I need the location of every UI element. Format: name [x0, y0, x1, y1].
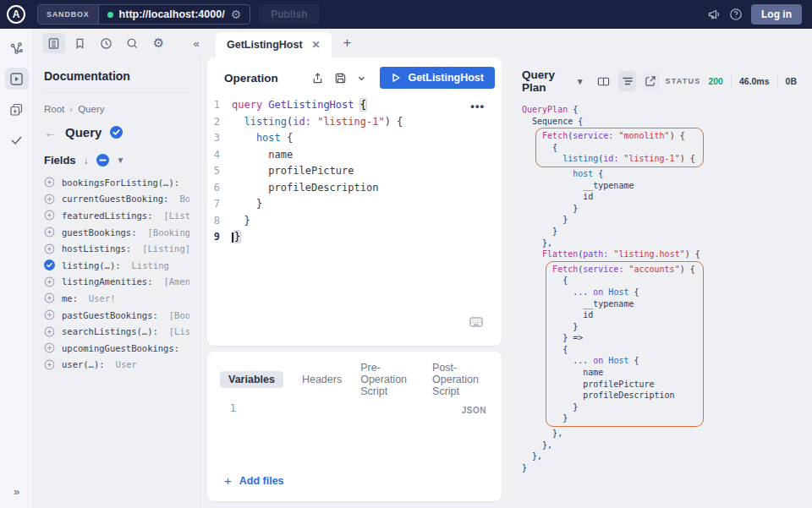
add-field-plus-icon[interactable]	[44, 326, 55, 337]
collapse-panel-chevrons-icon[interactable]: «	[187, 37, 206, 50]
field-name: searchListings(…):	[62, 326, 158, 336]
add-field-plus-icon[interactable]	[44, 309, 55, 320]
announcements-megaphone-icon[interactable]	[707, 8, 721, 21]
add-field-plus-icon[interactable]	[44, 210, 55, 221]
query-plan-line: Fetch(service: "accounts") {	[552, 264, 695, 276]
add-field-plus-icon[interactable]	[44, 342, 55, 353]
editor-line[interactable]: 3host {	[207, 130, 502, 147]
collections-nav-icon[interactable]	[5, 98, 29, 120]
field-type: [Booking…	[148, 227, 189, 238]
field-item[interactable]: hostListings:[Listing]!	[44, 240, 189, 257]
play-icon	[391, 73, 401, 83]
editor-line[interactable]: 8}	[207, 213, 502, 230]
field-item[interactable]: searchListings(…):[Lis…	[44, 323, 189, 340]
add-field-plus-icon[interactable]	[44, 359, 55, 370]
field-item[interactable]: me:User!	[44, 290, 189, 307]
field-item[interactable]: pastGuestBookings:[Boo…	[44, 307, 189, 324]
deselect-all-minus-icon[interactable]	[96, 154, 109, 167]
add-files-button[interactable]: + Add files	[224, 473, 284, 488]
help-icon[interactable]	[729, 8, 743, 21]
checks-nav-icon[interactable]	[5, 128, 29, 150]
query-plan-highlight-box: Fetch(service: "monolith") {{listing(id:…	[535, 128, 704, 167]
endpoint-group: SANDBOX http://localhost:4000/ ⚙	[37, 4, 250, 25]
variables-editor[interactable]: 1 JSON	[207, 402, 502, 415]
endpoint-input[interactable]: http://localhost:4000/ ⚙	[99, 8, 250, 20]
sort-arrow-icon[interactable]: ↓	[84, 155, 89, 167]
query-plan-code[interactable]: QueryPlan {Sequence {Fetch(service: "mon…	[522, 104, 797, 473]
new-tab-plus-icon[interactable]: +	[343, 36, 351, 51]
add-field-plus-icon[interactable]	[44, 243, 55, 254]
search-icon[interactable]	[121, 33, 144, 53]
plan-text-view-icon[interactable]	[618, 71, 636, 91]
endpoint-url[interactable]: http://localhost:4000/	[119, 8, 225, 20]
field-item[interactable]: bookingsForListing(…):[.	[44, 174, 189, 191]
field-item[interactable]: upcomingGuestBookings:[.	[44, 340, 189, 357]
field-item[interactable]: listing(…):Listing	[44, 257, 189, 274]
run-operation-button[interactable]: GetListingHost	[380, 67, 495, 89]
editor-line[interactable]: 6profileDescription	[207, 180, 502, 197]
settings-gear-icon[interactable]: ⚙	[147, 33, 170, 53]
variables-tab-pre-operation-script[interactable]: Pre-Operation Script	[360, 362, 414, 397]
field-selected-check-icon[interactable]	[44, 259, 55, 270]
fields-collapse-chevron-icon[interactable]: ▼	[117, 156, 125, 165]
apollo-logo-icon[interactable]: A	[7, 5, 25, 24]
plan-chart-view-icon[interactable]	[595, 71, 613, 91]
breadcrumb-query[interactable]: Query	[78, 104, 104, 114]
field-item[interactable]: currentGuestBooking:Bo…	[44, 191, 189, 208]
login-button[interactable]: Log in	[751, 4, 802, 25]
save-icon[interactable]	[334, 72, 347, 85]
variables-tab-post-operation-script[interactable]: Post-Operation Script	[432, 362, 488, 397]
history-clock-icon[interactable]	[95, 33, 118, 53]
publish-button[interactable]: Publish	[259, 4, 319, 25]
fields-list: bookingsForListing(…):[.currentGuestBook…	[44, 174, 189, 373]
editor-line[interactable]: 7}	[207, 196, 502, 213]
field-type: [Boo…	[169, 310, 189, 320]
operation-tab[interactable]: GetListingHost ✕	[216, 32, 332, 57]
query-plan-highlight-box: Fetch(service: "accounts") {{... on Host…	[546, 261, 704, 427]
field-item[interactable]: featuredListings:[List…	[44, 207, 189, 224]
bookmark-icon[interactable]	[69, 33, 91, 53]
back-arrow-icon[interactable]: ←	[44, 125, 57, 139]
keyboard-shortcuts-icon[interactable]	[469, 315, 483, 330]
editor-line-number: 4	[207, 147, 232, 164]
operation-editor[interactable]: 1query GetListingHost {2listing(id: "lis…	[207, 96, 502, 346]
type-selected-check-icon[interactable]	[110, 126, 123, 139]
query-plan-line: }	[573, 203, 797, 215]
editor-line[interactable]: 4name	[207, 147, 502, 164]
field-item[interactable]: guestBookings:[Booking…	[44, 224, 189, 241]
breadcrumb-root[interactable]: Root	[44, 104, 64, 114]
editor-line[interactable]: 1query GetListingHost {	[207, 97, 502, 114]
operation-title: Operation	[224, 72, 301, 85]
operation-panel: Operation	[207, 57, 502, 346]
add-field-plus-icon[interactable]	[44, 292, 55, 303]
add-field-plus-icon[interactable]	[44, 276, 55, 287]
variables-tab-headers[interactable]: Headers	[302, 374, 342, 385]
editor-line-number: 7	[207, 196, 232, 213]
add-field-plus-icon[interactable]	[44, 194, 55, 205]
share-icon[interactable]	[311, 72, 324, 85]
field-item[interactable]: user(…):User	[44, 357, 189, 374]
toolbar-tab-row: ⚙ « GetListingHost ✕ +	[34, 29, 812, 57]
field-item[interactable]: listingAmenities:[Amen…	[44, 274, 189, 291]
save-dropdown-chevron-icon[interactable]	[357, 74, 366, 83]
editor-menu-icon[interactable]: •••	[470, 100, 485, 112]
variables-tab-variables[interactable]: Variables	[220, 371, 283, 388]
documentation-panel-icon[interactable]	[42, 33, 65, 53]
query-plan-line: }	[573, 401, 695, 413]
query-plan-title[interactable]: Query Plan	[522, 68, 570, 94]
connection-settings-gear-icon[interactable]: ⚙	[231, 8, 242, 20]
editor-line[interactable]: 2listing(id: "listing-1") {	[207, 114, 502, 131]
add-field-plus-icon[interactable]	[44, 177, 55, 188]
editor-line[interactable]: 5profilePicture	[207, 163, 502, 180]
query-plan-line: }	[562, 412, 695, 424]
explorer-nav-icon[interactable]	[5, 68, 29, 90]
open-external-icon[interactable]	[642, 71, 660, 91]
expand-rail-chevrons-icon[interactable]: »	[14, 485, 19, 498]
response-view-chevron-icon[interactable]: ▼	[576, 77, 584, 86]
add-field-plus-icon[interactable]	[44, 227, 55, 238]
query-plan-line: {	[562, 344, 695, 356]
editor-line[interactable]: 9}	[207, 229, 502, 246]
field-name: listingAmenities:	[62, 276, 152, 287]
tab-close-icon[interactable]: ✕	[312, 39, 321, 51]
schema-graph-icon[interactable]	[5, 37, 29, 59]
